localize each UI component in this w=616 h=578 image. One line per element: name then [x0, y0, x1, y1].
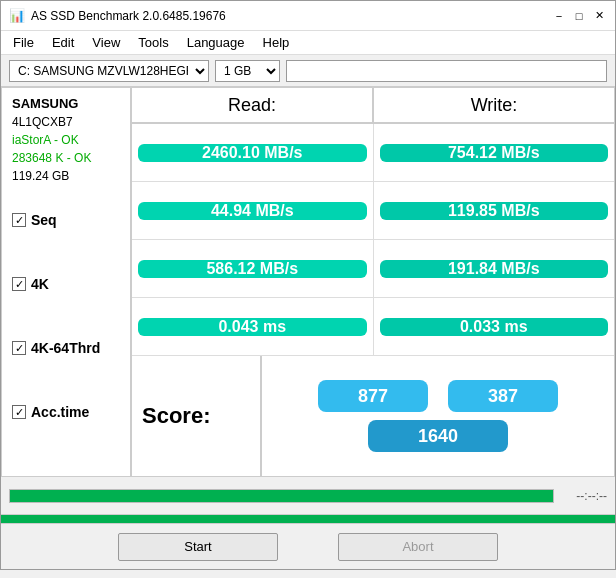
- status-bar: [1, 515, 615, 523]
- row-label-acctime: ✓ Acc.time: [12, 389, 120, 435]
- name-input[interactable]: [286, 60, 607, 82]
- label-acctime: Acc.time: [31, 404, 89, 420]
- score-write: 387: [448, 380, 558, 412]
- data-row-seq: 2460.10 MB/s 754.12 MB/s: [132, 124, 614, 182]
- 4k-read-value: 44.94 MB/s: [138, 202, 367, 220]
- seq-read-value: 2460.10 MB/s: [138, 144, 367, 162]
- checkbox-seq[interactable]: ✓: [12, 213, 26, 227]
- main-content: SAMSUNG 4L1QCXB7 iaStorA - OK 283648 K -…: [1, 87, 615, 477]
- header-read: Read:: [132, 88, 374, 122]
- menu-language[interactable]: Language: [179, 33, 253, 52]
- 4k64-read-value: 586.12 MB/s: [138, 260, 367, 278]
- score-read: 877: [318, 380, 428, 412]
- drive-name: SAMSUNG: [12, 96, 120, 111]
- toolbar: C: SAMSUNG MZVLW128HEGR-000L2 1 GB: [1, 55, 615, 87]
- score-row: Score: 877 387 1640: [132, 356, 614, 476]
- left-panel: SAMSUNG 4L1QCXB7 iaStorA - OK 283648 K -…: [2, 88, 132, 476]
- acctime-write-value: 0.033 ms: [380, 318, 609, 336]
- title-bar-left: 📊 AS SSD Benchmark 2.0.6485.19676: [9, 8, 226, 24]
- progress-bar-fill: [10, 490, 553, 502]
- size-select[interactable]: 1 GB: [215, 60, 280, 82]
- menu-tools[interactable]: Tools: [130, 33, 176, 52]
- drive-size: 119.24 GB: [12, 167, 120, 185]
- row-label-4k64: ✓ 4K-64Thrd: [12, 325, 120, 371]
- drive-iastora: iaStorA - OK: [12, 131, 120, 149]
- data-row-acctime: 0.043 ms 0.033 ms: [132, 298, 614, 356]
- window-controls: − □ ✕: [551, 8, 607, 24]
- score-label: Score:: [132, 356, 262, 476]
- header-write: Write:: [374, 88, 614, 122]
- 4k64-write-value: 191.84 MB/s: [380, 260, 609, 278]
- drive-blocks: 283648 K - OK: [12, 149, 120, 167]
- drive-select[interactable]: C: SAMSUNG MZVLW128HEGR-000L2: [9, 60, 209, 82]
- start-button[interactable]: Start: [118, 533, 278, 561]
- data-row-4k64: 586.12 MB/s 191.84 MB/s: [132, 240, 614, 298]
- 4k-write-value: 119.85 MB/s: [380, 202, 609, 220]
- window-title: AS SSD Benchmark 2.0.6485.19676: [31, 9, 226, 23]
- title-bar: 📊 AS SSD Benchmark 2.0.6485.19676 − □ ✕: [1, 1, 615, 31]
- progress-time: --:--:--: [562, 489, 607, 503]
- data-row-4k: 44.94 MB/s 119.85 MB/s: [132, 182, 614, 240]
- menu-file[interactable]: File: [5, 33, 42, 52]
- app-window: 📊 AS SSD Benchmark 2.0.6485.19676 − □ ✕ …: [0, 0, 616, 570]
- checkbox-4k64[interactable]: ✓: [12, 341, 26, 355]
- seq-write-value: 754.12 MB/s: [380, 144, 609, 162]
- close-button[interactable]: ✕: [591, 8, 607, 24]
- bottom-buttons: Start Abort: [1, 523, 615, 569]
- maximize-button[interactable]: □: [571, 8, 587, 24]
- acctime-read-value: 0.043 ms: [138, 318, 367, 336]
- headers-row: Read: Write:: [132, 88, 614, 124]
- progress-area: --:--:--: [1, 477, 615, 515]
- label-4k64thrd: 4K-64Thrd: [31, 340, 100, 356]
- menu-view[interactable]: View: [84, 33, 128, 52]
- row-label-4k: ✓ 4K: [12, 261, 120, 307]
- label-4k: 4K: [31, 276, 49, 292]
- score-total: 1640: [368, 420, 508, 452]
- checkbox-4k[interactable]: ✓: [12, 277, 26, 291]
- abort-button[interactable]: Abort: [338, 533, 498, 561]
- label-seq: Seq: [31, 212, 57, 228]
- menu-edit[interactable]: Edit: [44, 33, 82, 52]
- row-label-seq: ✓ Seq: [12, 197, 120, 243]
- right-panel: Read: Write: 2460.10 MB/s 754.12 MB/s 44…: [132, 88, 614, 476]
- menu-bar: File Edit View Tools Language Help: [1, 31, 615, 55]
- drive-model: 4L1QCXB7: [12, 113, 120, 131]
- minimize-button[interactable]: −: [551, 8, 567, 24]
- checkbox-acctime[interactable]: ✓: [12, 405, 26, 419]
- menu-help[interactable]: Help: [255, 33, 298, 52]
- progress-bar-container: [9, 489, 554, 503]
- app-icon: 📊: [9, 8, 25, 24]
